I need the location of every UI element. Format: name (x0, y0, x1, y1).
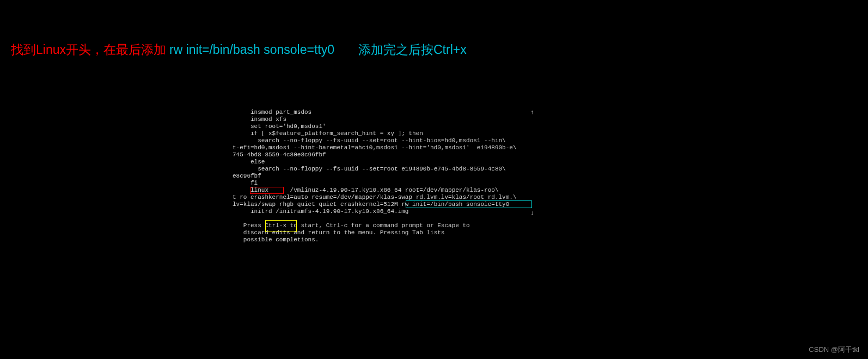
watermark: CSDN @阿干tkl (809, 345, 859, 355)
highlight-added-params (406, 200, 532, 208)
scroll-up-icon: ↑ (530, 109, 534, 115)
annotation-bar: 找到Linux开头，在最后添加 rw init=/bin/bash sonsol… (11, 41, 467, 58)
annotation-red: 找到Linux开头，在最后添加 (11, 41, 166, 58)
scroll-down-icon: ↓ (530, 210, 534, 216)
annotation-cyan2: 添加完之后按Ctrl+x (358, 41, 467, 58)
highlight-linux-keyword (250, 187, 284, 194)
annotation-cyan: rw init=/bin/bash sonsole=tty0 (169, 42, 334, 57)
highlight-ctrl-x (265, 220, 297, 232)
